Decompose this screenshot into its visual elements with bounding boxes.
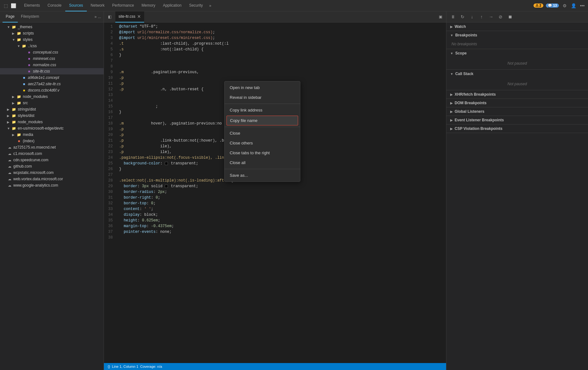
sidebar-more: » ...: [94, 15, 101, 19]
device-icon[interactable]: ⬜: [10, 3, 16, 9]
tree-item-normalize-css[interactable]: ■ normalize.css: [0, 62, 104, 68]
tree-item-node-modules-root[interactable]: ▶ 📁 node_modules: [0, 119, 104, 125]
tree-item-node-modules[interactable]: ▶ 📁 node_modules: [0, 93, 104, 100]
file-icon: ■: [27, 50, 32, 55]
format-icon[interactable]: {}: [108, 365, 110, 368]
tree-label: site-ltr.css: [33, 69, 50, 73]
section-xhr-header[interactable]: ▶ XHR/fetch Breakpoints: [446, 90, 588, 99]
tree-label: strings/dist: [18, 107, 36, 112]
stop-btn[interactable]: ⏹: [506, 13, 514, 21]
settings-icon[interactable]: ⚙: [561, 3, 568, 9]
coverage-info: Coverage: n/a: [140, 365, 162, 368]
section-event-header[interactable]: ▶ Event Listener Breakpoints: [446, 116, 588, 124]
context-close-right[interactable]: Close tabs to the right: [225, 148, 300, 158]
hide-sidebar-btn[interactable]: ◧: [105, 12, 114, 21]
pause-btn[interactable]: ⏸: [449, 13, 457, 21]
nav-tab-application[interactable]: Application: [159, 0, 185, 11]
section-dom-header[interactable]: ▶ DOM Breakpoints: [446, 99, 588, 107]
tree-item-media[interactable]: ▶ 📁 media: [0, 131, 104, 138]
section-callstack-header[interactable]: ▼ Call Stack: [446, 70, 588, 78]
tree-item-github[interactable]: ☁ github.com: [0, 163, 104, 169]
nav-tab-network[interactable]: Network: [87, 0, 108, 11]
folder-icon: 📁: [11, 107, 16, 112]
top-nav: ⬚ ⬜ Elements Console Sources Network Per…: [0, 0, 588, 11]
tree-item-en-us[interactable]: ▼ 📁 en-us/microsoft-edge/devtc: [0, 125, 104, 131]
context-open-new-tab[interactable]: Open in new tab: [225, 83, 300, 92]
file-icon: ■: [27, 56, 32, 61]
tree-label: node_modules: [23, 94, 48, 99]
tree-label: media: [23, 132, 33, 137]
right-panel-content: ▶ Watch ▼ Breakpoints No breakpoints ▼ S…: [446, 22, 588, 370]
sidebar-tab-filesystem[interactable]: Filesystem: [18, 11, 42, 22]
nav-tab-performance[interactable]: Performance: [108, 0, 138, 11]
sidebar-tab-page[interactable]: Page: [3, 11, 18, 22]
nav-tab-memory[interactable]: Memory: [138, 0, 159, 11]
section-global-header[interactable]: ▶ Global Listeners: [446, 107, 588, 116]
separator-2: [225, 127, 300, 127]
context-save-as[interactable]: Save as...: [225, 170, 300, 180]
tree-item-styles[interactable]: ▼ 📁 styles: [0, 36, 104, 43]
tree-item-conceptual-css[interactable]: ■ conceptual.css: [0, 49, 104, 55]
nav-tab-sources[interactable]: Sources: [65, 0, 87, 11]
tree-item-src[interactable]: ▶ 📁 src: [0, 100, 104, 106]
tree-item-a96de[interactable]: ■ a96de1e1.concept: [0, 74, 104, 81]
tree-item-strings-dist[interactable]: ▶ 📁 strings/dist: [0, 106, 104, 112]
context-reveal-sidebar[interactable]: Reveal in sidebar: [225, 92, 300, 102]
code-editor[interactable]: 1@charset "UTF-8"; 2@import url(/normali…: [104, 22, 446, 363]
tree-item-wcpstatic[interactable]: ☁ wcpstatic.microsoft.com: [0, 169, 104, 176]
step-into-btn[interactable]: ↓: [468, 13, 476, 21]
sidebar-options-btn[interactable]: ...: [98, 15, 101, 19]
section-watch-header[interactable]: ▶ Watch: [446, 22, 588, 31]
xhr-arrow: ▶: [450, 93, 453, 96]
tree-item-minireset-css[interactable]: ■ minireset.css: [0, 55, 104, 62]
tree-item-docons[interactable]: ■ docons.ccbc4d6f.v: [0, 87, 104, 93]
section-breakpoints-header[interactable]: ▼ Breakpoints: [446, 31, 588, 39]
tree-label: aec27a42.site-ltr.cs: [28, 82, 61, 86]
cursor-icon[interactable]: ⬚: [3, 3, 9, 9]
context-copy-filename[interactable]: Copy file name: [227, 116, 298, 125]
step-over-btn[interactable]: ↻: [458, 13, 467, 21]
tree-item-web-vortex[interactable]: ☁ web.vortex.data.microsoft.cor: [0, 176, 104, 182]
step-btn[interactable]: →: [487, 13, 495, 21]
tree-item-cdn-speedcurve[interactable]: ☁ cdn.speedcurve.com: [0, 157, 104, 163]
nav-tab-elements[interactable]: Elements: [20, 0, 44, 11]
context-copy-link[interactable]: Copy link address: [225, 105, 300, 115]
arrow-icon: ▶: [12, 95, 16, 99]
deactivate-breakpoints-btn[interactable]: ⊘: [496, 13, 505, 21]
section-event-label: Event Listener Breakpoints: [455, 118, 504, 122]
section-scope-header[interactable]: ▼ Scope: [446, 49, 588, 57]
step-out-btn[interactable]: ↑: [477, 13, 486, 21]
sidebar-more-btn[interactable]: »: [94, 15, 97, 19]
tree-item-aec27a[interactable]: ■ aec27a42.site-ltr.cs: [0, 81, 104, 87]
nav-right: ⚠ 2 💬 13 ⚙ 👤 •••: [534, 3, 586, 9]
tree-label: _themes: [18, 25, 32, 29]
section-callstack-label: Call Stack: [455, 72, 473, 76]
nav-icons: ⬚ ⬜: [3, 3, 16, 9]
context-close-all[interactable]: Close all: [225, 158, 300, 168]
tab-close-btn[interactable]: ✕: [137, 14, 141, 19]
section-csp-header[interactable]: ▶ CSP Violation Breakpoints: [446, 124, 588, 133]
more-icon[interactable]: •••: [579, 3, 585, 9]
tree-item-themes[interactable]: ▼ 📁 _themes: [0, 24, 104, 30]
context-close-others[interactable]: Close others: [225, 138, 300, 148]
editor-tab-site-ltr[interactable]: site-ltr.css ✕: [115, 11, 144, 22]
tree-item-az725175[interactable]: ☁ az725175.vo.msecnd.net: [0, 144, 104, 150]
folder-icon: 📁: [16, 37, 22, 42]
tree-item-styles-dist[interactable]: ▶ 📁 styles/dist: [0, 112, 104, 119]
split-editor-btn[interactable]: ▣: [436, 12, 445, 21]
folder-icon: 📁: [16, 31, 22, 36]
tree-item-c1microsoft[interactable]: ☁ c1.microsoft.com: [0, 150, 104, 157]
nav-more-icon[interactable]: »: [207, 3, 214, 8]
tree-label: normalize.css: [33, 63, 56, 67]
nav-tab-console[interactable]: Console: [44, 0, 65, 11]
context-close[interactable]: Close: [225, 128, 300, 138]
tree-item-site-ltr-css[interactable]: ■ site-ltr.css: [0, 68, 104, 74]
profile-icon[interactable]: 👤: [570, 3, 577, 9]
section-watch: ▶ Watch: [446, 22, 588, 31]
tree-item-index[interactable]: ■ (index): [0, 138, 104, 144]
network-icon: ☁: [7, 157, 12, 163]
nav-tab-security[interactable]: Security: [185, 0, 207, 11]
tree-item-google-analytics[interactable]: ☁ www.google-analytics.com: [0, 182, 104, 188]
tree-item-scripts[interactable]: ▶ 📁 scripts: [0, 30, 104, 36]
tree-item-css[interactable]: ▼ 📁 ..\css: [0, 43, 104, 49]
